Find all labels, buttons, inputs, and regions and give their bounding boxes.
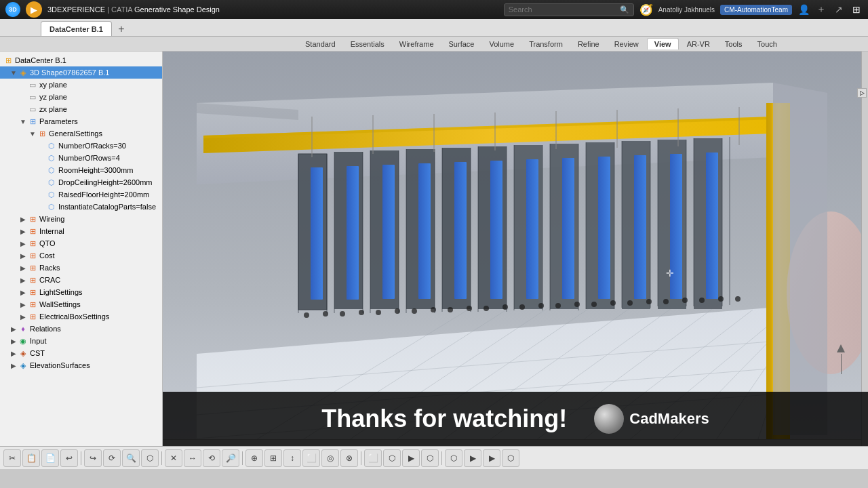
tree-item-elevationsurfaces[interactable]: ▶◈ElevationSurfaces: [0, 359, 162, 371]
tree-expand-elevationsurfaces[interactable]: ▶: [9, 361, 18, 369]
tree-root[interactable]: ⊞ DataCenter B.1: [0, 54, 162, 66]
tree-expand-instantiate[interactable]: [38, 203, 46, 211]
tree-expand-dropceil[interactable]: [38, 178, 46, 186]
toolbar-btn-4[interactable]: ↪: [84, 449, 102, 467]
toolbar-btn-8[interactable]: ✕: [165, 449, 182, 467]
tree-expand-electricalsettings[interactable]: ▶: [19, 312, 27, 321]
tree-item-racks[interactable]: ▶⊞Racks: [0, 262, 162, 274]
tree-expand-raisedfl[interactable]: [38, 190, 46, 199]
tree-item-numrows[interactable]: ⬡NumberOfRows=4: [0, 152, 162, 164]
tree-item-raisedfl[interactable]: ⬡RaisedFloorHeight=200mm: [0, 188, 162, 201]
tree-expand-yz[interactable]: [19, 93, 27, 101]
tree-item-shape[interactable]: ▼◈3D Shape07862657 B.1: [0, 66, 162, 79]
tree-expand-racks[interactable]: ▶: [19, 264, 27, 272]
tree-expand-lightsettings[interactable]: ▶: [19, 288, 27, 296]
toolbar-btn-24[interactable]: ▶: [483, 449, 500, 467]
view-tab-review[interactable]: Review: [608, 39, 646, 49]
tree-item-relations[interactable]: ▶♦Relations: [0, 323, 162, 335]
add-icon[interactable]: ＋: [815, 3, 827, 16]
tree-expand-relations[interactable]: ▶: [9, 325, 18, 333]
toolbar-btn-12[interactable]: ⊕: [245, 449, 263, 467]
toolbar-btn-11[interactable]: 🔎: [222, 449, 239, 467]
search-bar[interactable]: 🔍: [504, 3, 634, 16]
tree-item-crac[interactable]: ▶⊞CRAC: [0, 274, 162, 286]
toolbar-btn-14[interactable]: ↕: [283, 449, 301, 467]
toolbar-btn-19[interactable]: ⬡: [383, 449, 401, 467]
tree-expand-params[interactable]: ▼: [19, 117, 27, 125]
toolbar-btn-1[interactable]: 📋: [22, 449, 40, 467]
tree-expand-gensettings[interactable]: ▼: [28, 129, 37, 138]
toolbar-btn-13[interactable]: ⊞: [264, 449, 282, 467]
tree-expand-qto[interactable]: ▶: [19, 239, 27, 247]
tree-item-params[interactable]: ▼⊞Parameters: [0, 115, 162, 127]
toolbar-btn-10[interactable]: ⟲: [203, 449, 220, 467]
toolbar-btn-17[interactable]: ⊗: [340, 449, 358, 467]
toolbar-btn-16[interactable]: ◎: [321, 449, 339, 467]
tree-item-wallsettings[interactable]: ▶⊞WallSettings: [0, 298, 162, 310]
tree-item-cost[interactable]: ▶⊞Cost: [0, 249, 162, 262]
viewport[interactable]: ✛ ▷ Thanks for watching! CadMakers: [163, 52, 868, 446]
toolbar-btn-3[interactable]: ↩: [60, 449, 78, 467]
view-tab-volume[interactable]: Volume: [482, 39, 521, 49]
toolbar-btn-22[interactable]: ⬡: [445, 449, 462, 467]
tree-expand-zx[interactable]: [19, 105, 27, 113]
share-icon[interactable]: ↗: [833, 3, 845, 16]
view-tab-essentials[interactable]: Essentials: [344, 39, 391, 49]
toolbar-btn-7[interactable]: ⬡: [141, 449, 159, 467]
tree-expand-numracks[interactable]: [38, 142, 46, 150]
tree-item-qto[interactable]: ▶⊞QTO: [0, 237, 162, 249]
tree-expand-shape[interactable]: ▼: [9, 68, 18, 77]
tree-item-wiring[interactable]: ▶⊞Wireing: [0, 213, 162, 225]
view-tab-tools[interactable]: Tools: [718, 39, 749, 49]
view-tab-refine[interactable]: Refine: [571, 39, 606, 49]
user-team-badge[interactable]: CM-AutomationTeam: [720, 5, 792, 15]
tree-item-roomh[interactable]: ⬡RoomHeight=3000mm: [0, 164, 162, 176]
tree-item-cst[interactable]: ▶◈CST: [0, 347, 162, 359]
tree-item-gensettings[interactable]: ▼⊞GeneralSettings: [0, 127, 162, 140]
tree-item-instantiate[interactable]: ⬡InstantiateCatalogParts=false: [0, 201, 162, 213]
tab-datacenter[interactable]: DataCenter B.1: [41, 21, 112, 36]
corner-collapse-button[interactable]: ▷: [857, 88, 867, 98]
tree-item-numracks[interactable]: ⬡NumberOfRacks=30: [0, 140, 162, 152]
tree-item-zx[interactable]: ▭zx plane: [0, 103, 162, 115]
view-tab-wireframe[interactable]: Wireframe: [393, 39, 441, 49]
view-tab-surface[interactable]: Surface: [442, 39, 481, 49]
play-button[interactable]: ▶: [26, 1, 42, 18]
toolbar-btn-15[interactable]: ⬜: [302, 449, 320, 467]
view-tab-transform[interactable]: Transform: [522, 39, 570, 49]
toolbar-btn-5[interactable]: ⟳: [103, 449, 121, 467]
vertical-scrollbar[interactable]: [861, 52, 868, 446]
tree-expand-internal[interactable]: ▶: [19, 227, 27, 235]
tree-item-lightsettings[interactable]: ▶⊞LightSettings: [0, 286, 162, 298]
toolbar-btn-20[interactable]: ▶: [402, 449, 420, 467]
tree-item-yz[interactable]: ▭yz plane: [0, 91, 162, 103]
toolbar-btn-21[interactable]: ⬡: [421, 449, 439, 467]
tree-expand-numrows[interactable]: [38, 154, 46, 162]
tree-item-electricalsettings[interactable]: ▶⊞ElectricalBoxSettings: [0, 310, 162, 323]
tree-item-xy[interactable]: ▭xy plane: [0, 79, 162, 91]
tree-expand-xy[interactable]: [19, 81, 27, 89]
avatar-icon[interactable]: 👤: [797, 3, 810, 16]
toolbar-btn-2[interactable]: 📄: [41, 449, 59, 467]
toolbar-btn-0[interactable]: ✂: [3, 449, 21, 467]
toolbar-btn-18[interactable]: ⬜: [364, 449, 382, 467]
tree-item-internal[interactable]: ▶⊞Internal: [0, 225, 162, 237]
toolbar-btn-6[interactable]: 🔍: [122, 449, 140, 467]
view-tab-view[interactable]: View: [647, 38, 679, 49]
tree-expand-cst[interactable]: ▶: [9, 349, 18, 357]
tree-expand-roomh[interactable]: [38, 166, 46, 174]
tree-expand-crac[interactable]: ▶: [19, 276, 27, 284]
view-tab-touch[interactable]: Touch: [751, 39, 784, 49]
tree-item-dropceil[interactable]: ⬡DropCeilingHeight=2600mm: [0, 176, 162, 188]
view-tab-ar-vr[interactable]: AR-VR: [680, 39, 717, 49]
search-input[interactable]: [509, 5, 617, 14]
tree-expand-cost[interactable]: ▶: [19, 251, 27, 260]
tree-expand-input[interactable]: ▶: [9, 337, 18, 345]
add-tab-button[interactable]: +: [115, 22, 128, 36]
tree-item-input[interactable]: ▶◉Input: [0, 335, 162, 347]
tree-expand-wiring[interactable]: ▶: [19, 215, 27, 223]
tree-expand-wallsettings[interactable]: ▶: [19, 300, 27, 308]
view-tab-standard[interactable]: Standard: [298, 39, 342, 49]
toolbar-btn-23[interactable]: ▶: [464, 449, 481, 467]
toolbar-btn-25[interactable]: ⬡: [502, 449, 519, 467]
